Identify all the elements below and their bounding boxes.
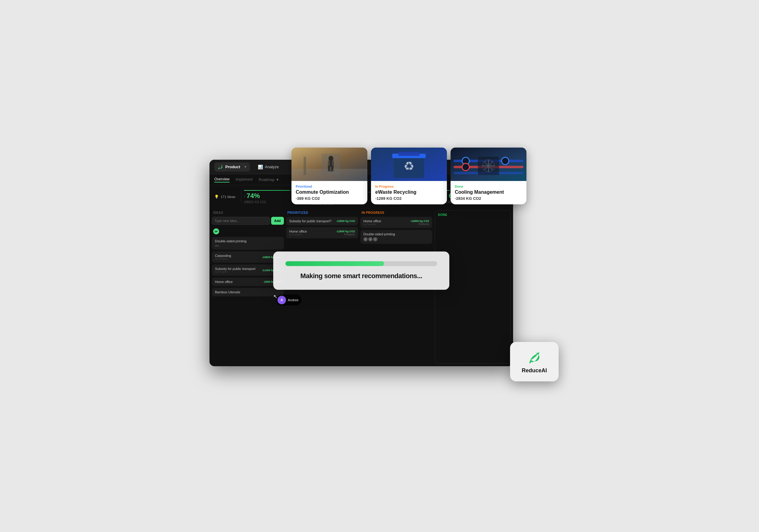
reduceai-badge: ReduceAI	[510, 342, 559, 381]
idea-by: by Footprint	[215, 258, 231, 260]
card-body-commute: Prioritized Commute Optimization -389 KG…	[292, 181, 367, 204]
idea-avatars: SP	[212, 228, 284, 235]
idea-title: Home office	[363, 219, 410, 223]
svg-text:♻: ♻	[404, 159, 415, 173]
idea-title: Home office	[289, 229, 336, 233]
ideas-count-value: 171 Ideas	[221, 195, 235, 199]
chevron-down-icon: ▼	[244, 165, 247, 169]
idea-title: Home office	[215, 280, 233, 284]
bulb-icon: 💡	[214, 195, 219, 199]
idea-title: Double-sided printing	[215, 239, 281, 243]
bar-chart-icon: 📊	[258, 165, 263, 169]
card-img-commute	[292, 147, 367, 181]
card-img-cooling	[451, 147, 527, 181]
loading-bar-track	[285, 261, 437, 266]
idea-title: Double-sided printing	[363, 232, 429, 236]
idea-title: Subsidy for public transport?	[289, 219, 336, 223]
andree-indicator: A Andree	[276, 295, 301, 306]
tab-implement[interactable]: Implement	[236, 177, 253, 182]
andree-name: Andree	[288, 298, 299, 302]
idea-by: by Footprint	[363, 223, 410, 225]
loading-overlay: Making some smart recommendations...	[273, 251, 449, 290]
idea-tag: Products	[410, 223, 429, 225]
loading-text: Making some smart recommendations...	[300, 272, 422, 280]
stat-pct-1: 74%	[247, 192, 260, 200]
card-title-commute: Commute Optimization	[296, 189, 363, 195]
idea-title: Subsidy for public transport	[215, 267, 255, 270]
idea-card-printing[interactable]: Double-sided printing Mo...	[212, 237, 284, 250]
analyze-label: Analyze	[265, 165, 279, 169]
tab-roadmap[interactable]: Roadmap ▼	[259, 178, 279, 182]
idea-tag: Products	[336, 233, 355, 236]
card-status-ewaste: In Progress	[375, 184, 443, 188]
col-header-ideas: Ideas	[212, 210, 284, 215]
col-header-inprogress: In Progress	[360, 210, 432, 215]
card-title-ewaste: eWaste Recycling	[375, 189, 443, 195]
inprogress-card-2[interactable]: Double-sided printing A B C	[360, 230, 432, 244]
product-selector[interactable]: Product ▼	[214, 162, 250, 172]
add-idea-input[interactable]	[212, 217, 270, 225]
andree-initials: A	[281, 298, 283, 302]
idea-value: -12800 kg CO2	[410, 220, 429, 223]
svg-rect-12	[398, 152, 419, 156]
avatar-3: C	[373, 237, 378, 241]
svg-rect-8	[332, 166, 333, 171]
card-value-ewaste: -1289 KG CO2	[375, 196, 443, 201]
col-header-prioritized: Prioritized	[286, 210, 358, 215]
arrow-down-icon: ↓	[244, 194, 245, 198]
outer-wrapper: Product ▼ 📊 Analyze Overview Implement R…	[197, 147, 562, 385]
prioritized-card-2[interactable]: Home office by Footprint -12800 kg CO2 P…	[286, 227, 358, 238]
inprogress-card-1[interactable]: Home office by Footprint -12800 kg CO2 P…	[360, 217, 432, 228]
card-body-cooling: Done Cooling Management -2834 KG CO2	[451, 181, 527, 204]
roadmap-chevron-icon: ▼	[276, 178, 279, 182]
idea-title: Carpooling	[215, 254, 231, 258]
add-idea-button[interactable]: Add	[271, 217, 284, 225]
tab-overview[interactable]: Overview	[214, 177, 229, 183]
card-value-commute: -389 KG CO2	[296, 196, 363, 201]
roadmap-label: Roadmap	[259, 178, 274, 182]
svg-point-5	[329, 156, 333, 161]
card-status-cooling: Done	[455, 184, 522, 188]
floating-cards: Prioritized Commute Optimization -389 KG…	[288, 147, 513, 204]
idea-title: Bamboo Utensils	[215, 290, 281, 294]
idea-by: by Footprint	[289, 233, 336, 236]
idea-tag: Mo...	[215, 244, 281, 247]
floating-card-ewaste[interactable]: ♻ In Progress eWaste Recycling -1289 KG …	[371, 147, 447, 204]
svg-point-20	[501, 157, 509, 165]
avatar-1: A	[363, 237, 368, 241]
avatar-sp: SP	[213, 228, 219, 234]
idea-value: -12800 kg CO2	[336, 230, 355, 233]
add-idea-row: Add	[212, 217, 284, 225]
kanban-col-ideas: Ideas Add SP Double-sided printing Mo...	[212, 210, 284, 364]
card-status-commute: Prioritized	[296, 184, 363, 188]
floating-card-commute[interactable]: Prioritized Commute Optimization -389 KG…	[292, 147, 367, 204]
svg-point-19	[462, 163, 469, 171]
product-label: Product	[225, 165, 240, 169]
card-avatars: A B C	[363, 237, 429, 241]
card-img-ewaste: ♻	[371, 147, 447, 181]
prioritized-card-1[interactable]: Subsidy for public transport? -12800 kg …	[286, 217, 358, 225]
loading-bar-fill	[285, 261, 384, 266]
stat-divider-1	[241, 191, 241, 203]
card-body-ewaste: In Progress eWaste Recycling -1289 KG CO…	[371, 181, 447, 204]
svg-rect-2	[303, 157, 306, 175]
idea-by: by Footprint	[215, 270, 255, 273]
ideas-count: 💡 171 Ideas	[214, 195, 239, 199]
col-header-done: Done	[437, 213, 509, 217]
avatar-2: B	[368, 237, 373, 241]
card-title-cooling: Cooling Management	[455, 189, 522, 195]
card-value-cooling: -2834 KG CO2	[455, 196, 522, 201]
reduceai-leaf-icon	[527, 350, 542, 365]
idea-value: -12800 kg CO2	[336, 220, 355, 223]
svg-rect-7	[328, 166, 330, 171]
floating-card-cooling[interactable]: Done Cooling Management -2834 KG CO2	[451, 147, 527, 204]
analyze-nav-item[interactable]: 📊 Analyze	[255, 163, 282, 171]
andree-avatar: A	[277, 296, 286, 304]
reduceai-label: ReduceAI	[522, 367, 547, 374]
leaf-icon	[218, 164, 223, 170]
